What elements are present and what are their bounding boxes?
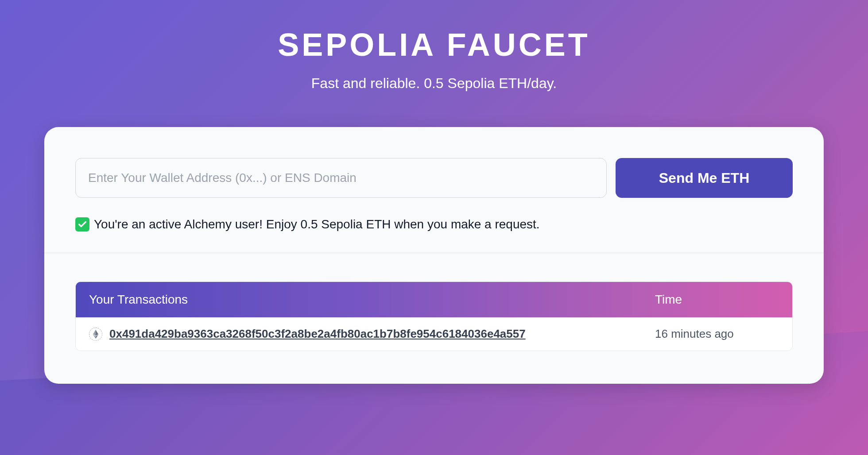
page-title: SEPOLIA FAUCET [278, 27, 590, 63]
wallet-address-input[interactable] [75, 158, 607, 198]
table-header: Your Transactions Time [76, 282, 792, 317]
send-eth-button[interactable]: Send Me ETH [616, 158, 793, 198]
page-subtitle: Fast and reliable. 0.5 Sepolia ETH/day. [311, 75, 557, 92]
faucet-card: Send Me ETH You're an active Alchemy use… [44, 127, 824, 384]
th-transactions: Your Transactions [89, 293, 655, 307]
transaction-hash-link[interactable]: 0x491da429ba9363ca3268f50c3f2a8be2a4fb80… [109, 327, 526, 341]
transactions-table: Your Transactions Time 0 [75, 281, 793, 351]
transaction-time: 16 minutes ago [655, 327, 779, 341]
ethereum-icon [89, 328, 102, 341]
status-text: You're an active Alchemy user! Enjoy 0.5… [94, 217, 540, 231]
table-row: 0x491da429ba9363ca3268f50c3f2a8be2a4fb80… [76, 317, 792, 351]
status-message-row: You're an active Alchemy user! Enjoy 0.5… [75, 217, 793, 231]
th-time: Time [655, 293, 779, 307]
check-icon [75, 217, 89, 231]
